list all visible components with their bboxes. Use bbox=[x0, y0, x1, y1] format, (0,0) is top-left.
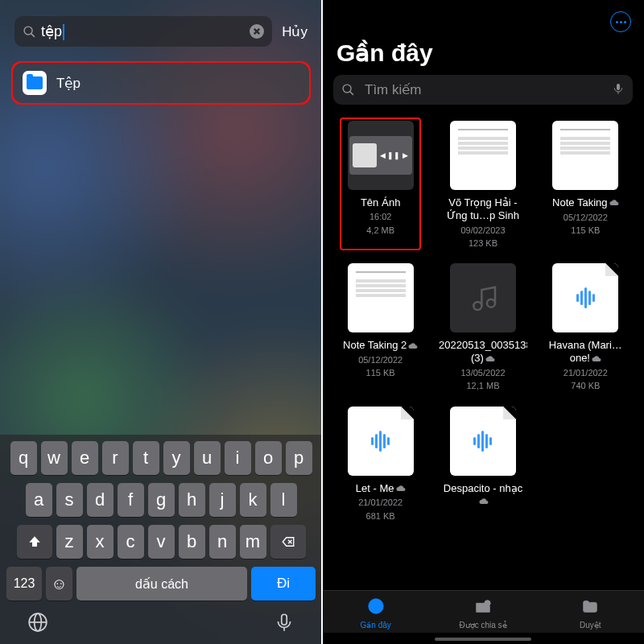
key-j[interactable]: j bbox=[209, 483, 236, 517]
file-date: 09/02/2023 bbox=[460, 225, 505, 236]
file-date: 16:02 bbox=[369, 211, 392, 222]
emoji-key[interactable]: ☺ bbox=[46, 567, 72, 601]
key-n[interactable]: n bbox=[209, 525, 236, 559]
key-m[interactable]: m bbox=[240, 525, 266, 559]
tab-clock[interactable]: Gần đây bbox=[322, 597, 429, 630]
file-date: 13/05/2022 bbox=[460, 367, 505, 378]
file-name: 20220513_003513860 (3) bbox=[439, 339, 527, 365]
tab-label: Duyệt bbox=[580, 621, 601, 630]
spotlight-search-screen: tệp Hủy Tệp qwertyuiop asdfghjkl zxcvbnm bbox=[0, 0, 322, 644]
search-icon bbox=[23, 25, 36, 39]
file-name: Havana (Mari…one! bbox=[541, 339, 630, 365]
numbers-key[interactable]: 123 bbox=[6, 567, 42, 601]
key-a[interactable]: a bbox=[26, 483, 52, 517]
key-u[interactable]: u bbox=[194, 441, 221, 475]
file-thumbnail bbox=[450, 407, 516, 476]
files-search-field[interactable]: Tìm kiếm bbox=[333, 75, 633, 105]
svg-rect-13 bbox=[617, 84, 620, 90]
more-options-button[interactable] bbox=[610, 11, 631, 32]
file-item[interactable]: ◀ ❚❚ ▶Tên Ảnh16:024,2 MB bbox=[333, 121, 427, 249]
keyboard: qwertyuiop asdfghjkl zxcvbnm 123 ☺ dấu c… bbox=[0, 435, 322, 644]
file-item[interactable]: Let - Me21/01/2022681 KB bbox=[333, 407, 427, 522]
files-recents-screen: Gần đây Tìm kiếm ◀ ❚❚ ▶Tên Ảnh16:024,2 M… bbox=[322, 0, 644, 644]
key-k[interactable]: k bbox=[240, 483, 266, 517]
key-z[interactable]: z bbox=[56, 525, 83, 559]
delete-key[interactable] bbox=[270, 525, 306, 559]
file-name: Despacito - nhạc bbox=[439, 482, 527, 509]
file-thumbnail bbox=[348, 263, 414, 332]
file-name: Note Taking 2 bbox=[343, 339, 418, 353]
search-result-files-app[interactable]: Tệp bbox=[11, 61, 311, 105]
key-h[interactable]: h bbox=[179, 483, 205, 517]
files-app-icon bbox=[23, 71, 47, 95]
file-thumbnail bbox=[450, 263, 516, 332]
file-size: 115 KB bbox=[366, 367, 395, 378]
key-w[interactable]: w bbox=[41, 441, 68, 475]
file-name: Võ Trọng Hải - Ứng tu…p Sinh bbox=[439, 196, 527, 223]
key-r[interactable]: r bbox=[102, 441, 129, 475]
cloud-icon bbox=[485, 353, 495, 365]
key-y[interactable]: y bbox=[163, 441, 190, 475]
file-size: 12,1 MB bbox=[467, 380, 500, 391]
clear-icon[interactable] bbox=[250, 24, 264, 39]
file-name: Note Taking bbox=[552, 196, 618, 210]
file-date: 05/12/2022 bbox=[358, 354, 402, 365]
file-date: 21/01/2022 bbox=[358, 497, 402, 508]
result-label: Tệp bbox=[56, 75, 80, 92]
key-s[interactable]: s bbox=[56, 483, 83, 517]
key-d[interactable]: d bbox=[87, 483, 114, 517]
file-date: 05/12/2022 bbox=[564, 212, 608, 223]
file-item[interactable]: Havana (Mari…one!21/01/2022740 KB bbox=[539, 263, 633, 392]
svg-point-16 bbox=[487, 299, 495, 308]
page-title: Gần đây bbox=[322, 37, 644, 75]
key-v[interactable]: v bbox=[148, 525, 175, 559]
key-c[interactable]: c bbox=[118, 525, 144, 559]
key-g[interactable]: g bbox=[148, 483, 175, 517]
file-size: 4,2 MB bbox=[366, 225, 394, 236]
tab-bar: Gần đâyĐược chia sẻDuyệt bbox=[322, 590, 644, 633]
file-item[interactable]: Note Taking 205/12/2022115 KB bbox=[333, 263, 427, 392]
key-i[interactable]: i bbox=[225, 441, 251, 475]
tab-label: Được chia sẻ bbox=[459, 621, 506, 630]
key-o[interactable]: o bbox=[255, 441, 282, 475]
svg-rect-9 bbox=[282, 614, 287, 625]
cloud-icon bbox=[479, 495, 489, 508]
file-size: 681 KB bbox=[366, 510, 395, 522]
shared-icon bbox=[473, 597, 493, 618]
svg-point-18 bbox=[485, 601, 490, 606]
search-field[interactable]: tệp bbox=[14, 16, 272, 47]
svg-point-15 bbox=[473, 302, 481, 310]
go-key[interactable]: Đi bbox=[251, 567, 316, 601]
key-x[interactable]: x bbox=[87, 525, 114, 559]
cloud-icon bbox=[592, 353, 601, 365]
spacebar-key[interactable]: dấu cách bbox=[76, 567, 247, 601]
file-thumbnail bbox=[552, 263, 618, 332]
tab-shared[interactable]: Được chia sẻ bbox=[429, 597, 536, 630]
key-b[interactable]: b bbox=[179, 525, 205, 559]
shift-key[interactable] bbox=[17, 525, 52, 559]
search-placeholder: Tìm kiếm bbox=[365, 81, 612, 98]
file-item[interactable]: Võ Trọng Hải - Ứng tu…p Sinh09/02/202312… bbox=[436, 121, 530, 249]
cloud-icon bbox=[609, 196, 619, 209]
svg-line-12 bbox=[350, 92, 353, 95]
cloud-icon bbox=[408, 340, 418, 353]
tab-browse[interactable]: Duyệt bbox=[537, 597, 644, 630]
search-input[interactable]: tệp bbox=[41, 23, 250, 40]
key-t[interactable]: t bbox=[133, 441, 159, 475]
key-q[interactable]: q bbox=[10, 441, 37, 475]
svg-point-11 bbox=[343, 85, 351, 93]
mic-icon[interactable] bbox=[612, 82, 625, 98]
file-item[interactable]: 20220513_003513860 (3)13/05/202212,1 MB bbox=[436, 263, 530, 392]
key-l[interactable]: l bbox=[270, 483, 297, 517]
key-e[interactable]: e bbox=[72, 441, 98, 475]
home-indicator bbox=[435, 638, 531, 641]
cloud-icon bbox=[396, 482, 406, 495]
key-f[interactable]: f bbox=[118, 483, 144, 517]
search-header: tệp Hủy bbox=[0, 0, 322, 58]
file-item[interactable]: Note Taking05/12/2022115 KB bbox=[539, 121, 633, 249]
cancel-button[interactable]: Hủy bbox=[282, 23, 308, 40]
file-item[interactable]: Despacito - nhạc bbox=[436, 407, 530, 522]
key-p[interactable]: p bbox=[286, 441, 312, 475]
dictation-icon[interactable] bbox=[274, 612, 295, 636]
globe-icon[interactable] bbox=[27, 612, 48, 636]
